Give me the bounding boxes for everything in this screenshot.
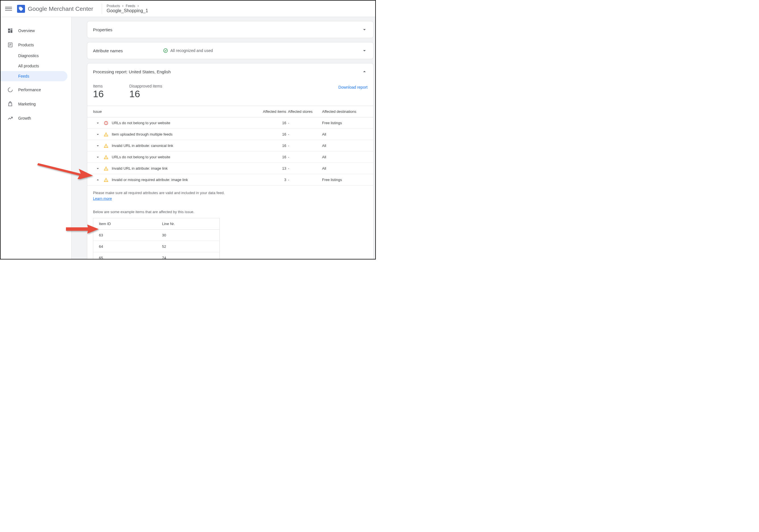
expand-icon[interactable] xyxy=(95,155,100,160)
svg-point-12 xyxy=(106,147,106,147)
expand-icon[interactable] xyxy=(95,132,100,137)
column-dest: Affected destinations xyxy=(322,109,368,114)
chevron-right-icon xyxy=(121,4,125,8)
properties-card-header[interactable]: Properties xyxy=(87,21,373,38)
chevron-down-icon xyxy=(361,26,368,33)
issue-text: Item uploaded through multiple feeds xyxy=(112,132,173,136)
annotation-arrow xyxy=(65,224,99,234)
example-line: 30 xyxy=(156,230,220,241)
svg-point-8 xyxy=(106,124,106,124)
items-label: Items xyxy=(93,84,104,88)
chevron-up-icon xyxy=(361,68,368,75)
issue-stores: - xyxy=(288,166,322,171)
card-title: Processing report: United States, Englis… xyxy=(93,69,171,74)
example-table: Item ID Line Nr. 633064526574 xyxy=(93,218,220,259)
column-items: Affected items xyxy=(254,109,288,114)
column-stores: Affected stores xyxy=(288,109,322,114)
sidebar-item-label: Diagnostics xyxy=(18,54,39,58)
chevron-right-icon xyxy=(137,4,140,8)
article-icon xyxy=(7,42,14,48)
sidebar-item-label: All products xyxy=(18,64,39,68)
detail-text: Please make sure all required attributes… xyxy=(93,191,368,195)
breadcrumb-link[interactable]: Products xyxy=(106,4,120,8)
sidebar-item-all-products[interactable]: All products xyxy=(1,61,67,71)
sidebar-item-label: Overview xyxy=(18,28,35,33)
issue-text: URLs do not belong to your website xyxy=(112,155,170,159)
chevron-down-icon xyxy=(361,48,368,54)
detail-subtext: Below are some example items that are af… xyxy=(93,210,368,214)
expand-icon[interactable] xyxy=(95,121,100,126)
progress-icon xyxy=(7,87,14,93)
check-circle-icon xyxy=(163,48,168,53)
issue-text: Invalid URL in attribute: image link xyxy=(112,166,168,171)
page-title: Google_Shopping_1 xyxy=(106,8,148,13)
example-col-line: Line Nr. xyxy=(156,218,220,229)
app-title: Google Merchant Center xyxy=(28,5,93,12)
learn-more-link[interactable]: Learn more xyxy=(93,196,112,201)
card-title: Attribute names xyxy=(93,48,123,53)
issue-dest: All xyxy=(322,132,368,136)
issue-row[interactable]: Item uploaded through multiple feeds16-A… xyxy=(87,129,373,140)
sidebar-item-products[interactable]: Products xyxy=(1,39,67,51)
processing-card-header[interactable]: Processing report: United States, Englis… xyxy=(87,63,373,80)
svg-point-18 xyxy=(106,181,106,181)
expand-icon[interactable] xyxy=(95,143,100,148)
bag-icon xyxy=(7,101,14,107)
issue-stores: - xyxy=(288,121,322,125)
sidebar-item-label: Performance xyxy=(18,88,41,92)
breadcrumb: Products Feeds Google_Shopping_1 xyxy=(106,4,148,13)
example-line: 74 xyxy=(156,252,220,259)
sidebar-item-label: Marketing xyxy=(18,102,35,106)
example-row: 6574 xyxy=(93,252,220,259)
trend-icon xyxy=(7,115,14,121)
disapproved-label: Disapproved items xyxy=(129,84,162,88)
status-text: All recognized and used xyxy=(170,48,213,53)
sidebar-item-growth[interactable]: Growth xyxy=(1,113,67,124)
sidebar-item-label: Products xyxy=(18,43,34,47)
issue-text: Invalid URL in attribute: canonical link xyxy=(112,143,173,148)
issue-items: 16 xyxy=(254,155,288,159)
example-id: 65 xyxy=(93,252,156,259)
annotation-arrow xyxy=(37,159,94,179)
svg-point-10 xyxy=(106,135,106,135)
issue-row[interactable]: URLs do not belong to your website16-Fre… xyxy=(87,117,373,129)
sidebar-item-diagnostics[interactable]: Diagnostics xyxy=(1,51,67,61)
sidebar-item-marketing[interactable]: Marketing xyxy=(1,98,67,110)
expand-icon[interactable] xyxy=(95,166,100,171)
warning-icon xyxy=(104,132,108,137)
attributes-card-header[interactable]: Attribute names All recognized and used xyxy=(87,42,373,59)
warning-icon xyxy=(104,155,108,159)
issue-stores: - xyxy=(288,132,322,136)
breadcrumb-link[interactable]: Feeds xyxy=(126,4,135,8)
sidebar-item-performance[interactable]: Performance xyxy=(1,84,67,95)
issue-items: 13 xyxy=(254,166,288,171)
app-logo[interactable]: Google Merchant Center xyxy=(17,5,93,13)
issue-text: Invalid or missing required attribute: i… xyxy=(112,178,188,182)
issue-dest: Free listings xyxy=(322,121,368,125)
svg-point-4 xyxy=(8,88,13,92)
example-line: 52 xyxy=(156,241,220,252)
warning-icon xyxy=(104,143,108,148)
card-title: Properties xyxy=(93,27,112,32)
svg-point-14 xyxy=(106,158,106,158)
issue-dest: All xyxy=(322,143,368,148)
example-col-id: Item ID xyxy=(93,218,156,229)
expand-icon[interactable] xyxy=(95,177,100,182)
issue-text: URLs do not belong to your website xyxy=(112,121,170,125)
issue-row[interactable]: Invalid URL in attribute: canonical link… xyxy=(87,140,373,151)
issue-dest: All xyxy=(322,166,368,171)
disapproved-value: 16 xyxy=(129,88,162,99)
warning-icon xyxy=(104,178,108,182)
issue-row[interactable]: Invalid or missing required attribute: i… xyxy=(87,174,373,186)
column-issue: Issue xyxy=(93,109,254,114)
issue-row[interactable]: URLs do not belong to your website16-All xyxy=(87,151,373,163)
sidebar-item-feeds[interactable]: Feeds xyxy=(1,71,67,81)
sidebar-item-label: Feeds xyxy=(18,74,29,78)
issue-items: 3 xyxy=(254,178,288,182)
download-report-link[interactable]: Download report xyxy=(338,85,368,90)
issue-row[interactable]: Invalid URL in attribute: image link13-A… xyxy=(87,163,373,174)
sidebar-item-overview[interactable]: Overview xyxy=(1,25,67,36)
example-id: 64 xyxy=(93,241,156,252)
hamburger-menu-button[interactable] xyxy=(5,5,12,12)
example-row: 6452 xyxy=(93,241,220,252)
